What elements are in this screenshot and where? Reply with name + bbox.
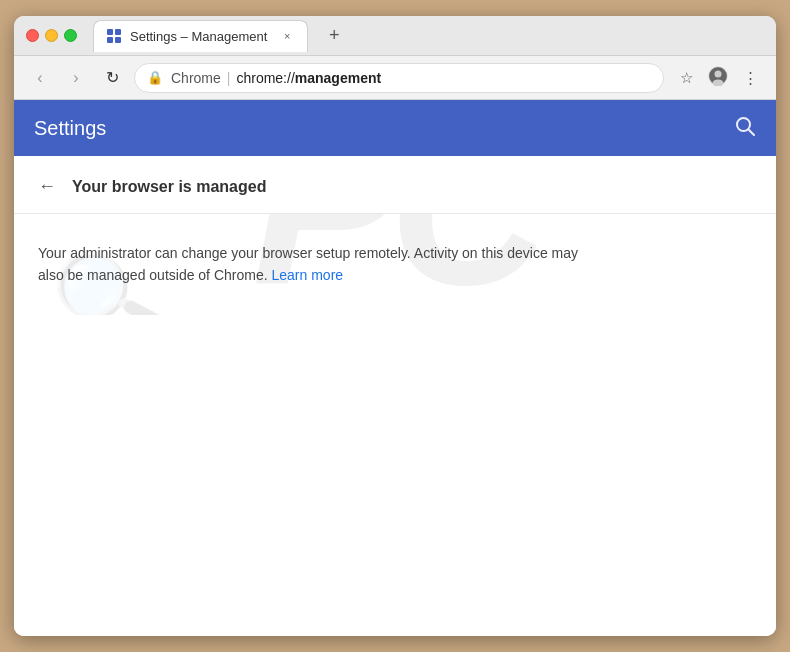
profile-icon <box>708 66 728 89</box>
management-content: ← Your browser is managed 🔍 PC risk4.com… <box>14 156 776 636</box>
tab-icon <box>106 28 122 44</box>
svg-rect-1 <box>115 29 121 35</box>
address-text: Chrome | chrome://management <box>171 70 381 86</box>
address-bar[interactable]: 🔒 Chrome | chrome://management <box>134 63 664 93</box>
management-body-text: Your administrator can change your brows… <box>38 242 598 287</box>
back-arrow-icon: ← <box>38 176 56 197</box>
active-tab[interactable]: Settings – Management × <box>93 20 308 52</box>
traffic-lights <box>26 29 77 42</box>
close-window-button[interactable] <box>26 29 39 42</box>
page-content: Settings ← Your browser is managed 🔍 <box>14 100 776 636</box>
nav-bar: ‹ › ↻ 🔒 Chrome | chrome://management ☆ <box>14 56 776 100</box>
title-bar: Settings – Management × + <box>14 16 776 56</box>
svg-rect-3 <box>115 37 121 43</box>
settings-header: Settings <box>14 100 776 156</box>
forward-button[interactable]: › <box>62 64 90 92</box>
management-back-button[interactable]: ← <box>38 176 56 197</box>
bookmark-icon: ☆ <box>680 69 693 87</box>
management-page-title: Your browser is managed <box>72 178 266 196</box>
maximize-window-button[interactable] <box>64 29 77 42</box>
svg-point-5 <box>715 71 722 78</box>
learn-more-link[interactable]: Learn more <box>271 267 343 283</box>
tab-close-button[interactable]: × <box>279 28 295 44</box>
address-site-name: Chrome <box>171 70 221 86</box>
new-tab-button[interactable]: + <box>320 22 348 50</box>
back-button[interactable]: ‹ <box>26 64 54 92</box>
nav-actions: ☆ ⋮ <box>672 64 764 92</box>
settings-title: Settings <box>34 117 106 140</box>
menu-button[interactable]: ⋮ <box>736 64 764 92</box>
management-body: 🔍 PC risk4.com Your administrator can ch… <box>14 214 776 315</box>
browser-window: Settings – Management × + ‹ › ↻ 🔒 Chrome… <box>14 16 776 636</box>
watermark-risk-text: risk4.com <box>172 308 618 314</box>
menu-icon: ⋮ <box>743 69 758 87</box>
bookmark-button[interactable]: ☆ <box>672 64 700 92</box>
svg-rect-0 <box>107 29 113 35</box>
management-header: ← Your browser is managed <box>14 156 776 214</box>
svg-rect-2 <box>107 37 113 43</box>
svg-line-8 <box>749 129 755 135</box>
tab-label: Settings – Management <box>130 29 267 44</box>
address-url: chrome://management <box>236 70 381 86</box>
lock-icon: 🔒 <box>147 70 163 85</box>
reload-button[interactable]: ↻ <box>98 64 126 92</box>
minimize-window-button[interactable] <box>45 29 58 42</box>
settings-search-button[interactable] <box>734 115 756 142</box>
profile-button[interactable] <box>704 64 732 92</box>
address-divider: | <box>227 70 231 86</box>
